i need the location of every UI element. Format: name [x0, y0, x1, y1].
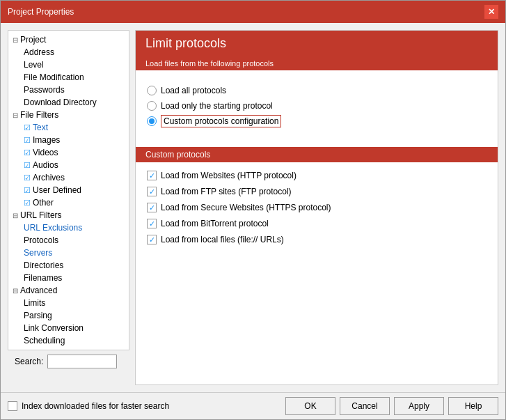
checkbox-icon: ☑ — [24, 186, 31, 195]
radio-area: Load all protocolsLoad only the starting… — [136, 70, 498, 141]
search-input[interactable] — [47, 355, 117, 368]
sidebar-item-label: Download Directory — [24, 98, 97, 107]
sidebar-item-label: URL Filters — [20, 210, 62, 220]
radio-label: Load only the starting protocol — [161, 101, 273, 111]
sidebar: ⊟ProjectAddressLevelFile ModificationPas… — [8, 30, 129, 350]
sidebar-item-download-directory[interactable]: Download Directory — [8, 96, 129, 109]
expand-icon: ⊟ — [13, 111, 18, 119]
ok-button[interactable]: OK — [285, 397, 335, 415]
sidebar-item-project[interactable]: ⊟Project — [8, 33, 129, 46]
sidebar-item-label: Images — [33, 135, 60, 145]
sidebar-item-file-modification[interactable]: File Modification — [8, 71, 129, 84]
checkbox-icon: ☑ — [24, 161, 31, 170]
sidebar-item-advanced[interactable]: ⊟Advanced — [8, 284, 129, 297]
checkbox-icon: ☑ — [24, 148, 31, 157]
sidebar-item-label: User Defined — [33, 185, 81, 195]
sidebar-item-label: URL Exclusions — [24, 223, 82, 233]
custom-label-box: Custom protocols configuration — [161, 115, 281, 127]
checkbox-label: Load from FTP sites (FTP protocol) — [161, 187, 292, 196]
checkbox-icon: ☑ — [24, 123, 31, 132]
checkbox-label: Load from Websites (HTTP protocol) — [161, 171, 297, 180]
radio-label: Load all protocols — [161, 86, 226, 95]
radio-all[interactable]: Load all protocols — [147, 86, 487, 95]
index-label: Index downloaded files for faster search — [22, 401, 169, 411]
sidebar-item-address[interactable]: Address — [8, 46, 129, 59]
expand-icon: ⊟ — [13, 212, 18, 219]
sidebar-item-passwords[interactable]: Passwords — [8, 84, 129, 96]
sidebar-item-audios[interactable]: ☑Audios — [8, 159, 129, 171]
sidebar-wrapper: ⊟ProjectAddressLevelFile ModificationPas… — [8, 30, 129, 385]
sidebar-item-images[interactable]: ☑Images — [8, 134, 129, 146]
sidebar-item-link-conversion[interactable]: Link Conversion — [8, 322, 129, 334]
search-label: Search: — [15, 357, 43, 366]
sidebar-item-label: File Filters — [20, 110, 58, 120]
sidebar-item-label: Address — [24, 47, 54, 57]
custom-section-title: Custom protocols — [136, 147, 498, 162]
title-bar: Project Properties ✕ — [1, 1, 505, 23]
sidebar-item-limits[interactable]: Limits — [8, 297, 129, 309]
expand-icon: ⊟ — [13, 287, 18, 295]
sidebar-item-label: Level — [24, 60, 44, 70]
radio-circle — [147, 116, 157, 126]
index-checkbox-box[interactable] — [8, 401, 17, 411]
checkbox-box — [147, 235, 157, 244]
sidebar-item-scheduling[interactable]: Scheduling — [8, 334, 129, 347]
cancel-button[interactable]: Cancel — [340, 397, 390, 415]
checkbox-box — [147, 219, 157, 228]
checkbox-label: Load from BitTorrent protocol — [161, 219, 269, 228]
radio-group: Load all protocolsLoad only the starting… — [147, 86, 487, 126]
checkbox-icon: ☑ — [24, 136, 31, 145]
sidebar-item-user-defined[interactable]: ☑User Defined — [8, 184, 129, 196]
sidebar-item-url-filters[interactable]: ⊟URL Filters — [8, 209, 129, 221]
help-button[interactable]: Help — [448, 397, 498, 415]
radio-custom[interactable]: Custom protocols configuration — [147, 116, 487, 126]
sidebar-item-archives[interactable]: ☑Archives — [8, 171, 129, 184]
apply-button[interactable]: Apply — [394, 397, 444, 415]
checkbox-https[interactable]: Load from Secure Websites (HTTPS protoco… — [147, 203, 487, 212]
close-button[interactable]: ✕ — [484, 5, 498, 19]
sidebar-item-label: Audios — [33, 160, 58, 170]
checkbox-label: Load from local files (file:// URLs) — [161, 235, 284, 244]
window-title: Project Properties — [8, 7, 74, 17]
checkbox-box — [147, 171, 157, 180]
sidebar-item-label: Archives — [33, 173, 65, 182]
sidebar-item-label: Limits — [24, 298, 45, 308]
checkbox-http[interactable]: Load from Websites (HTTP protocol) — [147, 171, 487, 180]
sidebar-item-label: Parsing — [24, 311, 52, 320]
checkbox-label: Load from Secure Websites (HTTPS protoco… — [161, 203, 331, 212]
sidebar-item-label: Project — [20, 35, 46, 45]
checkbox-bittorrent[interactable]: Load from BitTorrent protocol — [147, 219, 487, 228]
sidebar-item-label: Link Conversion — [24, 323, 84, 333]
radio-circle — [147, 86, 157, 95]
sidebar-item-label: Directories — [24, 260, 63, 270]
checkbox-ftp[interactable]: Load from FTP sites (FTP protocol) — [147, 187, 487, 196]
sidebar-item-label: Protocols — [24, 235, 58, 245]
sidebar-item-other[interactable]: ☑Other — [8, 196, 129, 209]
checkbox-icon: ☑ — [24, 173, 31, 182]
bottom-buttons: OK Cancel Apply Help — [285, 397, 498, 415]
radio-starting[interactable]: Load only the starting protocol — [147, 101, 487, 111]
sidebar-item-label: Advanced — [20, 286, 57, 295]
sidebar-item-label: Other — [33, 198, 54, 208]
sidebar-item-protocols[interactable]: Protocols — [8, 234, 129, 247]
index-checkbox-item[interactable]: Index downloaded files for faster search — [8, 401, 169, 411]
checkbox-local[interactable]: Load from local files (file:// URLs) — [147, 235, 487, 244]
radio-label: Custom protocols configuration — [161, 116, 281, 126]
checkbox-box — [147, 203, 157, 212]
sidebar-item-servers[interactable]: Servers — [8, 247, 129, 259]
radio-circle — [147, 101, 157, 111]
sidebar-item-videos[interactable]: ☑Videos — [8, 146, 129, 159]
sidebar-item-filenames[interactable]: Filenames — [8, 272, 129, 284]
sidebar-item-label: Text — [33, 123, 48, 132]
sidebar-item-level[interactable]: Level — [8, 59, 129, 71]
sidebar-item-label: Videos — [33, 148, 58, 157]
sidebar-item-file-filters[interactable]: ⊟File Filters — [8, 109, 129, 121]
sidebar-item-parsing[interactable]: Parsing — [8, 309, 129, 322]
sidebar-item-url-exclusions[interactable]: URL Exclusions — [8, 221, 129, 234]
main-title: Limit protocols — [136, 31, 498, 56]
sidebar-item-text[interactable]: ☑Text — [8, 121, 129, 134]
search-row: Search: — [8, 350, 129, 370]
bottom-left: Index downloaded files for faster search — [8, 401, 169, 411]
sidebar-item-label: File Modification — [24, 72, 84, 82]
sidebar-item-directories[interactable]: Directories — [8, 259, 129, 272]
